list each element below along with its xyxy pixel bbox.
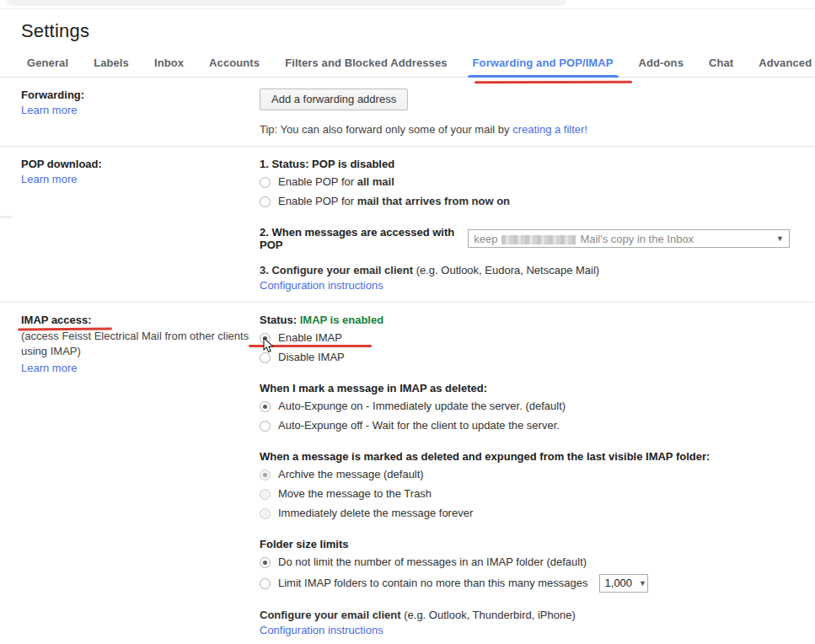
forwarding-learn-more-link[interactable]: Learn more — [21, 104, 77, 116]
radio-row-archive-message[interactable]: Archive the message (default) — [260, 467, 790, 482]
pop-configure-line: 3. Configure your email client (e.g. Out… — [260, 264, 790, 276]
settings-tab-bar: General Labels Inbox Accounts Filters an… — [0, 51, 815, 78]
tab-general[interactable]: General — [25, 51, 70, 77]
archive-message-radio[interactable] — [260, 470, 271, 480]
auto-expunge-on-radio[interactable] — [260, 401, 271, 412]
imap-section-label: IMAP access: — [21, 314, 92, 326]
radio-row-auto-expunge-off[interactable]: Auto-Expunge off - Wait for the client t… — [260, 418, 790, 433]
enable-pop-all-mail-radio[interactable] — [260, 177, 271, 188]
pop-when-label: 2. When messages are accessed with POP — [260, 226, 463, 251]
pop-access-row: 2. When messages are accessed with POP k… — [260, 226, 790, 251]
imap-configure-line: Configure your email client (e.g. Outloo… — [260, 609, 790, 621]
tab-inbox[interactable]: Inbox — [153, 51, 185, 77]
message-limit-dropdown[interactable]: 1,000 ▼ — [599, 574, 648, 593]
red-annotation-tab — [475, 81, 632, 84]
pop-section-label: POP download: — [21, 158, 102, 170]
radio-label: Do not limit the number of messages in a… — [278, 555, 587, 570]
pop-learn-more-link[interactable]: Learn more — [21, 173, 77, 185]
radio-row-move-to-trash[interactable]: Move the message to the Trash — [260, 486, 790, 502]
radio-row-limit-folders[interactable]: Limit IMAP folders to contain no more th… — [260, 574, 790, 593]
radio-label: Immediately delete the message forever — [278, 506, 473, 521]
radio-label: Auto-Expunge on - Immediately update the… — [278, 399, 566, 414]
pop-copy-dropdown-value: keepMail's copy in the Inbox — [474, 233, 694, 245]
tab-filters-and-blocked-addresses[interactable]: Filters and Blocked Addresses — [283, 51, 448, 77]
radio-label: Enable POP for all mail — [278, 174, 394, 190]
do-not-limit-radio[interactable] — [260, 557, 271, 568]
imap-status-value: IMAP is enabled — [300, 314, 383, 326]
radio-row-enable-imap[interactable]: Enable IMAP — [260, 330, 790, 346]
move-to-trash-radio[interactable] — [260, 489, 271, 500]
imap-deleted-header: When I mark a message in IMAP as deleted… — [260, 382, 790, 394]
imap-configuration-instructions-link[interactable]: Configuration instructions — [260, 624, 383, 636]
imap-learn-more-link[interactable]: Learn more — [21, 362, 77, 374]
enable-imap-radio[interactable] — [260, 333, 271, 344]
radio-row-enable-pop-all-mail[interactable]: Enable POP for all mail — [260, 174, 790, 190]
radio-row-enable-pop-from-now-on[interactable]: Enable POP for mail that arrives from no… — [260, 194, 790, 209]
add-forwarding-address-button[interactable]: Add a forwarding address — [260, 89, 408, 110]
imap-status-line: Status: IMAP is enabled — [260, 314, 790, 326]
pop-status-line: 1. Status: POP is disabled — [260, 158, 790, 170]
tab-labels[interactable]: Labels — [92, 51, 131, 77]
radio-row-delete-forever[interactable]: Immediately delete the message forever — [260, 506, 790, 521]
search-bar-remnant — [7, 0, 566, 6]
pop-copy-dropdown[interactable]: keepMail's copy in the Inbox ▼ — [468, 229, 790, 248]
auto-expunge-off-radio[interactable] — [260, 421, 271, 432]
gmail-settings-page: Settings General Labels Inbox Accounts F… — [0, 0, 815, 644]
radio-label: Enable POP for mail that arrives from no… — [278, 194, 510, 209]
radio-label: Move the message to the Trash — [278, 486, 432, 502]
pop-download-section: POP download: Learn more 1. Status: POP … — [0, 147, 815, 303]
tab-chat[interactable]: Chat — [707, 51, 735, 77]
tab-forwarding-and-pop-imap[interactable]: Forwarding and POP/IMAP — [471, 51, 615, 77]
creating-a-filter-link[interactable]: creating a filter! — [512, 123, 587, 136]
limit-folders-radio[interactable] — [260, 578, 271, 589]
radio-label: Auto-Expunge off - Wait for the client t… — [278, 418, 560, 433]
red-annotation-enable-imap — [249, 345, 372, 347]
tab-accounts[interactable]: Accounts — [207, 51, 261, 77]
radio-row-auto-expunge-on[interactable]: Auto-Expunge on - Immediately update the… — [260, 399, 790, 414]
delete-forever-radio[interactable] — [260, 508, 271, 519]
active-tab-indicator — [468, 75, 619, 78]
radio-row-disable-imap[interactable]: Disable IMAP — [260, 350, 790, 365]
radio-label: Disable IMAP — [278, 350, 345, 365]
disable-imap-radio[interactable] — [260, 352, 271, 363]
imap-description: (access Feisst Electrical Mail from othe… — [21, 329, 251, 359]
redacted-account-name — [501, 235, 576, 244]
radio-row-do-not-limit[interactable]: Do not limit the number of messages in a… — [260, 555, 790, 570]
imap-access-section: IMAP access: (access Feisst Electrical M… — [0, 303, 815, 644]
tab-add-ons[interactable]: Add-ons — [637, 51, 685, 77]
radio-label: Limit IMAP folders to contain no more th… — [278, 576, 588, 591]
dropdown-arrow-icon: ▼ — [639, 576, 646, 591]
imap-expunged-header: When a message is marked as deleted and … — [260, 450, 790, 463]
message-limit-value: 1,000 — [605, 576, 633, 591]
radio-label: Enable IMAP — [278, 330, 342, 346]
folder-size-limits-header: Folder size limits — [260, 538, 790, 550]
tab-forwarding-label: Forwarding and POP/IMAP — [473, 56, 614, 69]
pop-configuration-instructions-link[interactable]: Configuration instructions — [260, 279, 383, 292]
forwarding-section-label: Forwarding: — [21, 89, 84, 101]
enable-pop-now-on-radio[interactable] — [260, 196, 271, 207]
dropdown-arrow-icon: ▼ — [776, 234, 784, 243]
page-title: Settings — [0, 9, 815, 51]
forwarding-section: Forwarding: Learn more Add a forwarding … — [0, 78, 815, 147]
tip-text: Tip: You can also forward only some of y… — [260, 123, 512, 136]
tab-advanced[interactable]: Advanced — [757, 51, 813, 77]
radio-label: Archive the message (default) — [278, 467, 424, 482]
forwarding-tip: Tip: You can also forward only some of y… — [260, 123, 790, 136]
